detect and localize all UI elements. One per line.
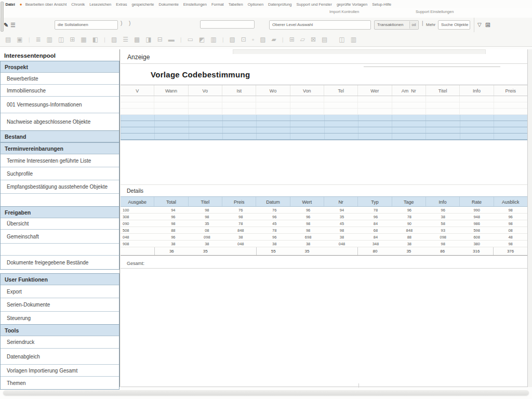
dropdown-open-button[interactable]: od (409, 21, 418, 29)
menu-item[interactable]: Dokumente (159, 2, 179, 7)
menu-item[interactable]: Lesezeichen (89, 2, 111, 7)
toolbar-icon[interactable]: ▥ (210, 36, 216, 43)
sidebar-item[interactable]: Nachweise abgeschlossene Objekte (1, 113, 119, 130)
table-row[interactable]: 10094987676969478969699098 (121, 207, 527, 214)
toolbar-icon[interactable]: ▣ (17, 36, 22, 43)
toolbar-icon[interactable]: ◧ (92, 36, 98, 43)
sidebar-section-header[interactable]: Freigaben (1, 207, 119, 218)
menu-item[interactable]: geprüfte Vorlagen (337, 2, 367, 7)
sidebar-section-header[interactable]: Tools (1, 325, 119, 336)
toolbar-icon[interactable]: ▭ (188, 36, 193, 43)
menu-item[interactable]: Extras (116, 2, 127, 7)
menu-item[interactable]: Datenprüfung (268, 2, 291, 7)
column-header[interactable]: Wo (256, 85, 289, 96)
column-header[interactable]: Tel (324, 85, 357, 96)
table-row[interactable] (121, 109, 527, 115)
column-header[interactable]: Titel (425, 85, 459, 96)
toolbar-icon[interactable]: ▥ (47, 36, 52, 43)
table-row[interactable]: 04896098389669838848809860848 (121, 234, 527, 241)
column-header[interactable]: Titel (188, 197, 222, 206)
menu-item[interactable]: Tabellen (229, 2, 243, 7)
column-header[interactable]: Wer (357, 85, 391, 96)
sidebar-item[interactable]: Suchprofile (1, 167, 119, 180)
toolbar-icon[interactable]: ☰ (123, 36, 128, 43)
tab-anzeige[interactable]: Anzeige (127, 54, 150, 61)
toolbar-icon[interactable]: ▧ (230, 36, 235, 43)
column-header[interactable]: Nr (324, 197, 357, 206)
sidebar-section-header[interactable]: Prospekt (1, 61, 119, 73)
toolbar-icon[interactable]: ▤ (322, 36, 327, 43)
sidebar-section-header[interactable]: Bestand (1, 131, 119, 142)
sidebar-item[interactable]: Übersicht (1, 218, 119, 230)
column-header[interactable]: Datum (256, 197, 289, 206)
toolbar-icon[interactable]: ◨ (145, 36, 151, 43)
menu-item[interactable]: Format (211, 2, 224, 7)
table-row[interactable]: 5088808848789898688489359808 (121, 227, 527, 234)
column-header[interactable]: Typ (357, 197, 391, 206)
menu-item[interactable]: Einstellungen (183, 2, 207, 7)
table-row[interactable] (121, 121, 527, 127)
toolbar-icon[interactable]: ◫ (58, 36, 64, 43)
menu-item[interactable]: gespeicherte (132, 2, 154, 7)
toolbar-icon[interactable]: ▨ (260, 36, 265, 43)
column-header[interactable]: Preis (494, 85, 527, 96)
column-header[interactable]: Von (290, 85, 324, 96)
sidebar-item[interactable] (1, 194, 119, 206)
table-row[interactable] (121, 115, 527, 121)
table-row[interactable] (121, 102, 527, 109)
sidebar-item[interactable]: Immobiliensuche (1, 85, 119, 97)
menu-item[interactable]: Setup-Hilfe (372, 2, 391, 7)
sidebar-item[interactable]: Steuerung (1, 312, 119, 324)
toolbar-icon[interactable]: ≣ (36, 36, 41, 43)
menu-item[interactable]: Bearbeiten über Ansicht (25, 2, 67, 7)
more-label[interactable]: Mehr (426, 20, 435, 30)
toolbar-icon[interactable]: ▫ (252, 36, 254, 43)
filter-icon[interactable]: ▽ (477, 20, 482, 30)
toolbar-icon[interactable]: ▩ (134, 36, 140, 43)
table-row[interactable]: 09098357845984584905898698 (121, 220, 527, 227)
toolbar-icon[interactable]: ⊞ (289, 36, 295, 43)
sidebar-item[interactable]: Gemeinschaft (1, 230, 119, 244)
column-header[interactable]: V (121, 85, 154, 96)
sidebar-item[interactable]: Seriendruck (1, 336, 119, 349)
sidebar-item[interactable]: Export (1, 285, 119, 298)
transactions-dropdown[interactable]: Transaktionen od (374, 20, 419, 30)
level-select-field[interactable]: Oberer Level Auswahl (269, 20, 371, 30)
table-row[interactable] (121, 96, 527, 102)
sidebar-item[interactable]: 001 Vermessungs-Informationen (1, 97, 119, 113)
column-header[interactable]: Rate (459, 197, 493, 206)
table-row[interactable]: 30896989896963596783894896 (121, 214, 527, 220)
toolbar-icon[interactable]: ▦ (81, 36, 86, 43)
toolbar-icon[interactable]: ⊞ (70, 36, 75, 43)
column-header[interactable]: Wann (154, 85, 188, 96)
menu-item[interactable]: Support und Fenster (297, 2, 332, 7)
sidebar-item[interactable]: Bewerberliste (1, 73, 119, 85)
hamburger-menu-icon[interactable]: ☰ (10, 20, 16, 30)
toolbar-icon[interactable]: ▤ (5, 36, 11, 43)
toolbar-icon[interactable]: ▱ (300, 36, 305, 43)
toolbar-icon[interactable]: ◩ (199, 36, 205, 43)
toolbar-icon[interactable]: ▰ (272, 36, 276, 43)
column-header[interactable]: Total (154, 197, 188, 206)
column-header[interactable]: Am Nr (392, 85, 425, 96)
column-header[interactable]: Ausblick (494, 197, 527, 206)
table-row[interactable]: 90838380483838048348389838098 (121, 241, 527, 247)
sidebar-item[interactable]: Dokumente freigegebene Bestände (1, 256, 119, 269)
column-header[interactable]: Wert (290, 197, 324, 206)
menu-item[interactable]: Optionen (248, 2, 263, 7)
column-header[interactable]: Ausgabe (121, 197, 154, 206)
toolbar-icon[interactable]: ⊟ (157, 36, 163, 43)
toolbar-icon[interactable]: ▨ (111, 36, 117, 43)
scrollbar-thumb[interactable] (1, 2, 4, 32)
station-combobox[interactable]: die Sollstationen (55, 20, 118, 30)
column-header[interactable]: Vo (188, 85, 222, 96)
sidebar-item[interactable] (1, 244, 119, 256)
toolbar-icon[interactable]: ▥ (351, 36, 356, 43)
empty-input[interactable] (200, 20, 255, 29)
toolbar-icon[interactable]: ⊡ (241, 36, 246, 43)
sidebar-item[interactable]: Serien-Dokumente (1, 298, 119, 312)
sidebar-item[interactable]: Themen (1, 377, 119, 389)
sidebar-section-header[interactable]: Terminvereinbarungen (1, 143, 119, 154)
vertical-scrollbar[interactable] (527, 49, 532, 387)
search-input[interactable]: Suche Objekte (438, 20, 470, 30)
